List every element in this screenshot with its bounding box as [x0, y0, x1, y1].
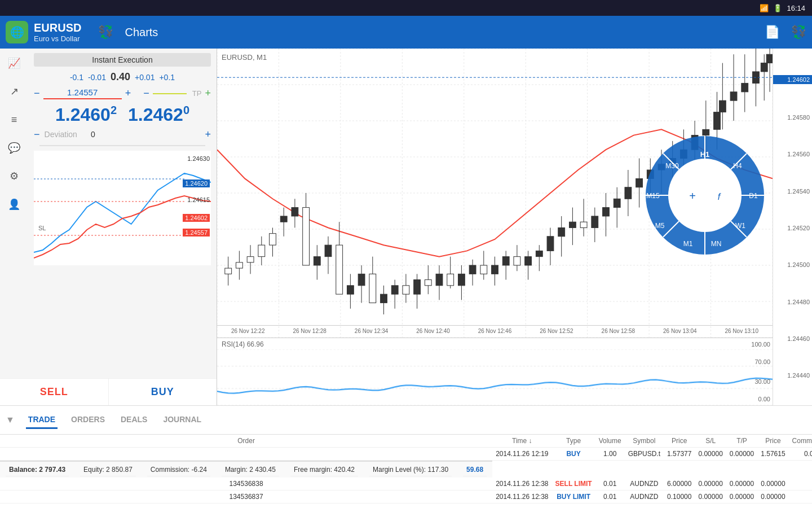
price-tick-5: 1.24500 — [773, 261, 812, 268]
nav-arrow-icon[interactable]: ↗ — [5, 82, 23, 100]
table-row: 134536837 2014.11.26 12:38 BUY LIMIT 0.0… — [0, 491, 812, 503]
table-header-row: Order Time ↓ Type Volume Symbol Price S/… — [0, 435, 812, 448]
sl-value: 1.24557 — [43, 87, 122, 99]
orders-table-container: Order Time ↓ Type Volume Symbol Price S/… — [0, 435, 812, 508]
td-type-3: BUY LIMIT — [552, 491, 595, 503]
instant-execution-bar: Instant Execution — [34, 53, 211, 67]
deviation-row: − Deviation 0 + — [34, 129, 211, 141]
td-sl-3: 0.00000 — [695, 491, 726, 503]
trade-panel: Instant Execution -0.1 -0.01 0.40 +0.01 … — [28, 49, 217, 378]
svg-text:+: + — [689, 190, 696, 202]
equity-label: Equity: — [83, 466, 106, 474]
price-tick-6: 1.24480 — [773, 299, 812, 305]
tab-journal[interactable]: JOURNAL — [161, 411, 204, 429]
sl-tp-row: − 1.24557 + − TP + — [34, 87, 211, 99]
wifi-icon: 📶 — [760, 4, 769, 12]
deviation-plus-btn[interactable]: + — [205, 129, 211, 141]
rsi-panel: RSI(14) 66.96 100.00 70.00 30.00 0.00 — [217, 338, 773, 405]
volume-controls: -0.1 -0.01 0.40 +0.01 +0.1 — [34, 71, 211, 83]
time-label-9: 26 Nov 13:10 — [725, 328, 758, 334]
vol-plus-0.01[interactable]: +0.01 — [135, 73, 155, 82]
bid-price: 1.24602 — [55, 104, 117, 125]
time-label-7: 26 Nov 12:58 — [602, 328, 636, 334]
sl-plus-btn[interactable]: + — [125, 87, 131, 99]
rsi-canvas — [217, 349, 773, 405]
left-panel: 📈 ↗ ≡ 💬 ⚙ 👤 Instant Execution -0.1 -0.01… — [0, 49, 217, 405]
time-label-8: 26 Nov 13:04 — [663, 328, 697, 334]
timeframe-wheel[interactable]: H1 H4 D1 W1 MN M1 M5 M15 M30 — [643, 133, 767, 257]
status-bar: 📶 🔋 16:14 — [0, 0, 812, 16]
nav-chat-icon[interactable]: 💬 — [5, 139, 23, 157]
td-price-2: 6.00000 — [664, 478, 695, 491]
mini-price-2: 1.24615 — [187, 196, 210, 203]
time-label-5: 26 Nov 12:46 — [478, 328, 512, 334]
td-volume-1: 1.00 — [595, 448, 625, 461]
price-tick-1: 1.24580 — [773, 114, 812, 121]
nav-chart-icon[interactable]: 📈 — [5, 54, 23, 72]
mini-price-blue: 1.24620 — [183, 179, 210, 187]
svg-text:M5: M5 — [655, 222, 665, 230]
vol-minus-0.1[interactable]: -0.1 — [70, 73, 83, 82]
time-label-3: 26 Nov 12:34 — [355, 328, 389, 334]
svg-text:MN: MN — [711, 240, 722, 248]
sl-label: SL — [38, 225, 46, 231]
td-symbol-3: AUDNZD — [625, 491, 664, 503]
top-header: 🌐 EURUSD Euro vs Dollar 💱 Charts 📄 💱 — [0, 16, 812, 49]
td-type-1: BUY — [552, 448, 595, 461]
td-order-3: 134536837 — [0, 491, 492, 503]
volume-current: 0.40 — [111, 71, 130, 83]
svg-text:H4: H4 — [733, 162, 742, 170]
charts-label: Charts — [125, 26, 753, 39]
sl-minus-btn[interactable]: − — [34, 87, 40, 99]
tab-orders[interactable]: ORDERS — [69, 411, 107, 429]
td-order-2: 134536838 — [0, 478, 492, 491]
td-symbol-1: GBPUSD.t — [625, 448, 664, 461]
tp-plus-btn[interactable]: + — [205, 87, 211, 99]
trade-icon2[interactable]: 💱 — [791, 25, 806, 40]
td-time-1: 2014.11.26 12:19 — [492, 448, 551, 461]
vol-plus-0.1[interactable]: +0.1 — [159, 73, 175, 82]
deviation-label: Deviation — [45, 130, 77, 139]
time-label-4: 26 Nov 12:40 — [416, 328, 450, 334]
th-type: Type — [552, 435, 595, 448]
td-tp-1: 0.00000 — [726, 448, 757, 461]
svg-text:M30: M30 — [665, 162, 679, 170]
add-chart-icon[interactable]: 📄 — [765, 25, 780, 40]
commission-value: -6.24 — [192, 466, 207, 474]
td-cprice-3: 0.00000 — [757, 491, 788, 503]
chart-symbol-label: EURUSD, M1 — [222, 53, 267, 62]
header-symbol-info: EURUSD Euro vs Dollar — [34, 21, 81, 43]
tp-line — [153, 93, 187, 94]
tp-minus-btn[interactable]: − — [143, 87, 149, 99]
td-time-3: 2014.11.26 12:38 — [492, 491, 551, 503]
svg-text:M15: M15 — [646, 192, 660, 200]
deviation-minus-btn[interactable]: − — [34, 129, 40, 141]
table-row: 134536838 2014.11.26 12:38 SELL LIMIT 0.… — [0, 478, 812, 491]
tab-deals[interactable]: DEALS — [118, 411, 149, 429]
trade-icon[interactable]: 💱 — [98, 25, 113, 40]
table-row: 2014.11.26 12:19 BUY 1.00 GBPUSD.t 1.573… — [0, 448, 812, 461]
td-cprice-1: 1.57615 — [757, 448, 788, 461]
vol-minus-0.01[interactable]: -0.01 — [88, 73, 106, 82]
price-tick-2: 1.24560 — [773, 151, 812, 157]
tab-left-arrow[interactable]: ▼ — [6, 415, 15, 425]
td-tp-3: 0.00000 — [726, 491, 757, 503]
nav-user-icon[interactable]: 👤 — [5, 195, 23, 213]
td-sl-1: 0.00000 — [695, 448, 726, 461]
margin-label: Margin: — [225, 466, 249, 474]
price-tick-7: 1.24460 — [773, 335, 812, 342]
price-tick-3: 1.24540 — [773, 188, 812, 195]
sell-button[interactable]: SELL — [0, 378, 109, 405]
time-label-1: 26 Nov 12:22 — [231, 328, 265, 334]
tab-trade[interactable]: TRADE — [26, 411, 58, 429]
margin-value: 2 430.45 — [249, 466, 276, 474]
bid-ask-row: 1.24602 1.24620 — [34, 104, 211, 125]
chart-area: EURUSD, M1 1.24602 1.24580 1.24560 1.245… — [217, 49, 812, 405]
nav-settings-icon[interactable]: ⚙ — [5, 167, 23, 185]
margin-level-value: 117.30 — [427, 466, 448, 474]
th-order: Order — [0, 435, 492, 448]
th-price2: Price — [757, 435, 788, 448]
svg-text:D1: D1 — [749, 192, 758, 200]
nav-list-icon[interactable]: ≡ — [5, 111, 23, 129]
buy-button[interactable]: BUY — [109, 378, 217, 405]
